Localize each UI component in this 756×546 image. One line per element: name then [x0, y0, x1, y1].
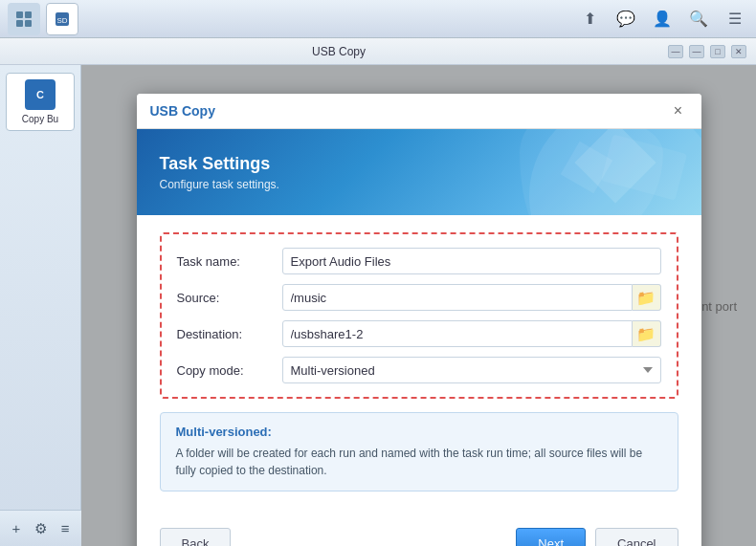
destination-input-group: 📁 [282, 320, 661, 347]
window-controls: — — □ ✕ [668, 45, 746, 58]
form-row-source: Source: 📁 [177, 284, 661, 311]
banner-subtitle: Configure task settings. [160, 178, 678, 191]
copy-mode-label: Copy mode: [177, 363, 282, 378]
app-bar-title: USB Copy [10, 45, 668, 58]
source-input[interactable] [282, 284, 633, 311]
modal-banner: Task Settings Configure task settings. [137, 129, 701, 215]
settings-button[interactable]: ⚙ [29, 516, 54, 541]
add-button[interactable]: + [4, 516, 29, 541]
user-icon[interactable]: 👤 [649, 6, 676, 33]
next-button[interactable]: Next [516, 528, 586, 546]
top-right-icons: ⬆ 💬 👤 🔍 ☰ [576, 6, 748, 33]
info-box-title: Multi-versioned: [176, 425, 662, 439]
modal-overlay: USB Copy × Task Settings Configure task … [81, 65, 756, 546]
usb-icon[interactable]: SD [46, 3, 78, 35]
sidebar: C Copy Bu [0, 65, 81, 546]
search-icon[interactable]: 🔍 [685, 6, 712, 33]
modal-close-button[interactable]: × [669, 101, 688, 120]
source-folder-button[interactable]: 📁 [633, 284, 661, 311]
svg-rect-2 [16, 20, 23, 27]
content-area: e front port USB Copy × Task Settings Co… [81, 65, 756, 546]
back-button[interactable]: Back [160, 528, 232, 546]
cancel-button[interactable]: Cancel [595, 528, 678, 546]
minimize-button[interactable]: — [689, 45, 704, 58]
svg-rect-0 [16, 11, 23, 18]
modal-dialog: USB Copy × Task Settings Configure task … [137, 94, 701, 546]
form-row-copymode: Copy mode: Incremental Full backup Multi… [177, 357, 661, 383]
upload-icon[interactable]: ⬆ [576, 6, 603, 33]
svg-rect-1 [25, 11, 32, 18]
destination-folder-button[interactable]: 📁 [633, 320, 661, 347]
banner-title: Task Settings [160, 154, 678, 174]
source-input-group: 📁 [282, 284, 661, 311]
modal-body: Task name: Source: 📁 [137, 215, 701, 518]
info-box-text: A folder will be created for each run an… [176, 445, 662, 479]
source-label: Source: [177, 291, 282, 305]
destination-input[interactable] [282, 320, 633, 347]
sidebar-item-label: Copy Bu [22, 114, 58, 124]
svg-text:SD: SD [56, 16, 67, 25]
log-button[interactable]: ≡ [53, 516, 78, 541]
close-button[interactable]: ✕ [731, 45, 746, 58]
task-name-label: Task name: [177, 254, 282, 269]
form-section: Task name: Source: 📁 [160, 232, 678, 399]
chat-icon[interactable]: 💬 [612, 6, 639, 33]
svg-rect-3 [25, 20, 32, 27]
modal-footer: Back Next Cancel [137, 518, 701, 546]
modal-header: USB Copy × [137, 94, 701, 129]
copy-mode-select[interactable]: Incremental Full backup Multi-versioned [282, 357, 661, 383]
main-content: C Copy Bu e front port USB Copy × Tas [0, 65, 756, 546]
maximize-button[interactable]: □ [710, 45, 725, 58]
form-row-destination: Destination: 📁 [177, 320, 661, 347]
grid-icon[interactable] [8, 3, 40, 35]
info-box: Multi-versioned: A folder will be create… [160, 412, 678, 491]
taskbar-top: SD ⬆ 💬 👤 🔍 ☰ [0, 0, 756, 38]
modal-title: USB Copy [150, 103, 215, 119]
menu-icon[interactable]: ☰ [722, 6, 748, 33]
sidebar-item-copy[interactable]: C Copy Bu [6, 73, 75, 131]
footer-right-buttons: Next Cancel [516, 528, 678, 546]
task-name-input[interactable] [282, 248, 661, 274]
bottom-bar: + ⚙ ≡ [0, 510, 81, 546]
destination-label: Destination: [177, 327, 282, 341]
form-row-taskname: Task name: [177, 248, 661, 274]
pin-button[interactable]: — [668, 45, 683, 58]
copy-sidebar-icon: C [25, 79, 56, 110]
app-bar: USB Copy — — □ ✕ [0, 38, 756, 65]
